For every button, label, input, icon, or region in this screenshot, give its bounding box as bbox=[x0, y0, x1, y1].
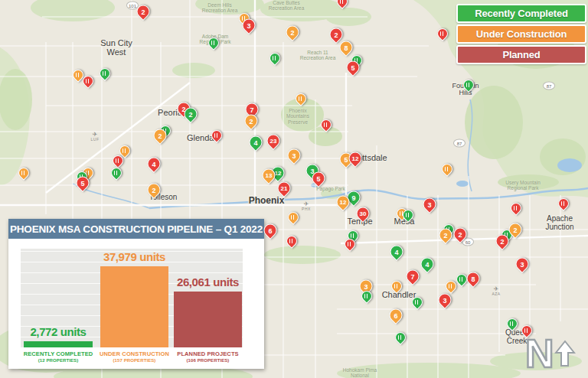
building-icon bbox=[561, 201, 566, 206]
map-pin[interactable] bbox=[208, 37, 219, 48]
pin-count: 4 bbox=[390, 246, 403, 259]
pin-count: 6 bbox=[264, 224, 277, 237]
map-pin[interactable]: 2 bbox=[454, 228, 467, 241]
building-icon bbox=[398, 335, 403, 340]
map-pin[interactable] bbox=[437, 28, 448, 39]
pin-label bbox=[456, 274, 467, 285]
map-pin[interactable]: 2 bbox=[185, 108, 198, 121]
legend-item: Recently Completed bbox=[456, 4, 586, 23]
map-pin[interactable] bbox=[211, 130, 222, 141]
map-pin[interactable]: 5 bbox=[312, 172, 325, 185]
map-pin[interactable]: 8 bbox=[340, 41, 353, 54]
bar-category-label: UNDER CONSTRUCTION(157 PROPERTIES) bbox=[100, 350, 169, 364]
map-pin[interactable] bbox=[463, 80, 474, 90]
building-icon bbox=[86, 79, 90, 83]
map-pin[interactable]: 3 bbox=[439, 294, 452, 307]
pin-count: 2 bbox=[148, 184, 161, 197]
map-pin[interactable] bbox=[119, 145, 130, 156]
map-pin[interactable]: 21 bbox=[278, 182, 291, 195]
pin-count: 2 bbox=[185, 108, 198, 121]
map-pin[interactable] bbox=[111, 168, 122, 178]
map-pin[interactable] bbox=[412, 297, 423, 308]
map-pin[interactable]: 4 bbox=[390, 246, 403, 259]
bar-value-label: 37,979 units bbox=[103, 250, 165, 263]
map-pin[interactable]: 3 bbox=[516, 258, 529, 271]
building-icon bbox=[211, 41, 216, 45]
pin-label bbox=[208, 37, 219, 48]
map-pin[interactable] bbox=[361, 291, 372, 301]
building-icon bbox=[524, 328, 529, 333]
map-pin[interactable] bbox=[73, 70, 83, 80]
map-pin[interactable]: 2 bbox=[330, 28, 343, 41]
map-pin[interactable]: 5 bbox=[77, 177, 90, 190]
map-pin[interactable] bbox=[337, 0, 348, 7]
pin-count: 4 bbox=[250, 136, 263, 149]
map-pin[interactable] bbox=[521, 325, 532, 336]
map-pin[interactable] bbox=[442, 164, 452, 174]
pin-count: 8 bbox=[467, 272, 480, 285]
map-pin[interactable] bbox=[345, 239, 355, 249]
map-pin[interactable]: 2 bbox=[245, 115, 258, 128]
pin-label bbox=[83, 76, 93, 86]
map-pin[interactable]: 4 bbox=[148, 158, 161, 171]
pin-label bbox=[345, 239, 355, 249]
legend-item: Under Construction bbox=[456, 24, 586, 44]
map-pin[interactable] bbox=[270, 53, 280, 64]
map-pin[interactable] bbox=[456, 274, 467, 285]
map-pin[interactable] bbox=[296, 93, 306, 104]
map-pin[interactable] bbox=[403, 210, 413, 220]
pin-label bbox=[403, 210, 413, 220]
map-pin[interactable] bbox=[321, 119, 332, 130]
map-pin[interactable]: 2 bbox=[439, 229, 452, 242]
map-pin[interactable]: 30 bbox=[357, 207, 370, 220]
pin-label bbox=[521, 325, 532, 336]
pin-label bbox=[18, 168, 29, 178]
map-pin[interactable]: 2 bbox=[509, 223, 522, 236]
map-pin[interactable] bbox=[395, 332, 406, 343]
map-pin[interactable] bbox=[507, 318, 518, 329]
map-pin[interactable] bbox=[100, 68, 110, 79]
map-pin[interactable]: 23 bbox=[267, 135, 280, 148]
map-pin[interactable] bbox=[511, 203, 521, 213]
map-pin[interactable] bbox=[558, 198, 569, 209]
map-pin[interactable] bbox=[286, 236, 297, 246]
map-pin[interactable] bbox=[446, 281, 456, 292]
map-pin[interactable]: 3 bbox=[243, 19, 256, 32]
map-pin[interactable] bbox=[83, 76, 93, 86]
building-icon bbox=[114, 171, 119, 175]
map-pin[interactable]: 6 bbox=[264, 224, 277, 237]
map-pin[interactable]: 2 bbox=[286, 26, 299, 39]
pin-count: 3 bbox=[243, 19, 256, 32]
map-pin[interactable]: 2 bbox=[154, 129, 167, 142]
map-pin[interactable]: 7 bbox=[407, 270, 420, 283]
map-pin[interactable]: 6 bbox=[390, 309, 403, 322]
pin-label bbox=[558, 198, 569, 209]
map-pin[interactable]: 8 bbox=[467, 272, 480, 285]
area-label: Phoenix Mountains Preserve bbox=[286, 108, 309, 125]
map-pin[interactable] bbox=[391, 281, 402, 292]
map-pin[interactable]: 12 bbox=[349, 152, 362, 165]
map-pin[interactable]: 4 bbox=[250, 136, 263, 149]
pin-count: 7 bbox=[407, 270, 420, 283]
map-pin[interactable]: 12 bbox=[337, 196, 350, 209]
pin-count: 8 bbox=[340, 41, 353, 54]
pin-label bbox=[395, 332, 406, 343]
map-pin[interactable]: 5 bbox=[347, 61, 360, 74]
map-pin[interactable]: 4 bbox=[421, 258, 434, 271]
building-icon bbox=[394, 284, 399, 288]
building-icon bbox=[340, 0, 345, 4]
map-pin[interactable] bbox=[113, 155, 123, 166]
map-pin[interactable]: 2 bbox=[137, 5, 150, 18]
map-screenshot: Sun City WestPeoriaGlendaleTollesonPhoen… bbox=[0, 0, 588, 378]
map-pin[interactable]: 2 bbox=[496, 235, 509, 248]
building-icon bbox=[351, 233, 355, 238]
map-pin[interactable]: 13 bbox=[263, 169, 276, 182]
pin-count: 2 bbox=[286, 26, 299, 39]
map-pin[interactable]: 3 bbox=[288, 149, 301, 162]
map-pin[interactable]: 2 bbox=[148, 184, 161, 197]
building-icon bbox=[291, 215, 296, 220]
map-pin[interactable]: 3 bbox=[423, 198, 436, 211]
map-pin[interactable] bbox=[288, 212, 299, 223]
north-letter: N bbox=[525, 334, 554, 373]
map-pin[interactable] bbox=[18, 168, 29, 178]
